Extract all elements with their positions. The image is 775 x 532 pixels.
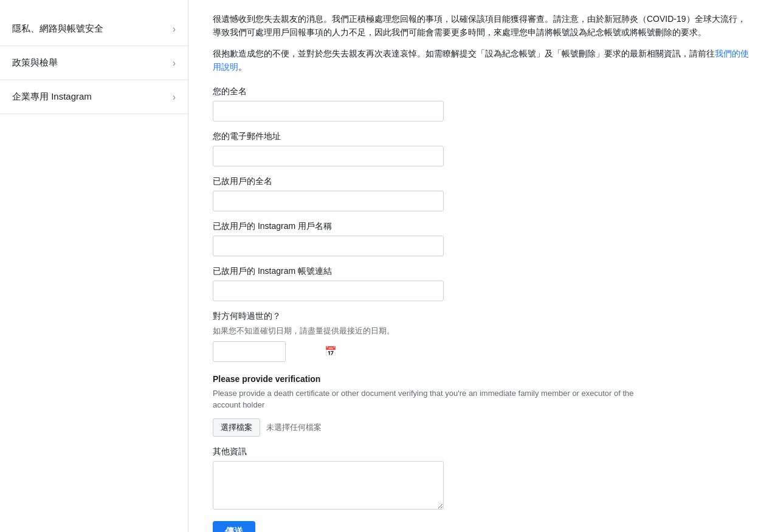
chevron-right-icon: › (173, 24, 176, 35)
sidebar-item-policy[interactable]: 政策與檢舉 › (0, 46, 188, 80)
full-name-label: 您的全名 (213, 86, 751, 97)
email-label: 您的電子郵件地址 (213, 131, 751, 142)
deceased-account-link-label: 已故用戶的 Instagram 帳號連結 (213, 266, 751, 277)
calendar-icon: 📅 (325, 346, 337, 357)
intro-paragraph-2-prefix: 很抱歉造成您的不便，並對於您失去親友再次表達哀悼。如需瞭解提交「設為紀念帳號」及… (213, 49, 715, 58)
intro-paragraph-1: 很遺憾收到您失去親友的消息。我們正積極處理您回報的事項，以確保該項目能獲得審查。… (213, 12, 751, 39)
deceased-username-input[interactable] (213, 236, 444, 256)
other-info-textarea[interactable] (213, 461, 444, 510)
verification-title: Please provide verification (213, 374, 751, 384)
deceased-username-label: 已故用戶的 Instagram 用戶名稱 (213, 221, 751, 232)
intro-paragraph-2-suffix: 。 (238, 62, 247, 72)
sidebar-item-policy-label: 政策與檢舉 (12, 57, 58, 69)
death-date-input[interactable] (218, 347, 325, 356)
full-name-input[interactable] (213, 101, 444, 121)
intro-paragraph-2: 很抱歉造成您的不便，並對於您失去親友再次表達哀悼。如需瞭解提交「設為紀念帳號」及… (213, 47, 751, 74)
deceased-name-label: 已故用戶的全名 (213, 176, 751, 187)
verification-description: Please provide a death certificate or ot… (213, 387, 663, 411)
sidebar-item-privacy[interactable]: 隱私、網路與帳號安全 › (0, 12, 188, 46)
chevron-right-icon: › (173, 58, 176, 69)
death-date-label: 對方何時過世的？ (213, 311, 751, 322)
sidebar-item-privacy-label: 隱私、網路與帳號安全 (12, 23, 103, 35)
no-file-text: 未選擇任何檔案 (266, 422, 322, 433)
verification-section: Please provide verification Please provi… (213, 374, 751, 437)
date-input-wrapper[interactable]: 📅 (213, 341, 286, 362)
sidebar-item-business[interactable]: 企業專用 Instagram › (0, 80, 188, 114)
other-info-label: 其他資訊 (213, 446, 751, 457)
submit-button[interactable]: 傳送 (213, 521, 255, 532)
sidebar: 隱私、網路與帳號安全 › 政策與檢舉 › 企業專用 Instagram › (0, 0, 188, 532)
deceased-account-link-input[interactable] (213, 281, 444, 301)
chevron-right-icon: › (173, 92, 176, 103)
form: 您的全名 您的電子郵件地址 已故用戶的全名 已故用戶的 Instagram 用戶… (213, 86, 751, 532)
choose-file-button[interactable]: 選擇檔案 (213, 418, 260, 437)
death-date-note: 如果您不知道確切日期，請盡量提供最接近的日期。 (213, 326, 751, 336)
deceased-name-input[interactable] (213, 191, 444, 211)
file-upload-row: 選擇檔案 未選擇任何檔案 (213, 418, 751, 437)
sidebar-item-business-label: 企業專用 Instagram (12, 91, 92, 103)
main-content: 很遺憾收到您失去親友的消息。我們正積極處理您回報的事項，以確保該項目能獲得審查。… (188, 0, 775, 532)
email-input[interactable] (213, 146, 444, 166)
